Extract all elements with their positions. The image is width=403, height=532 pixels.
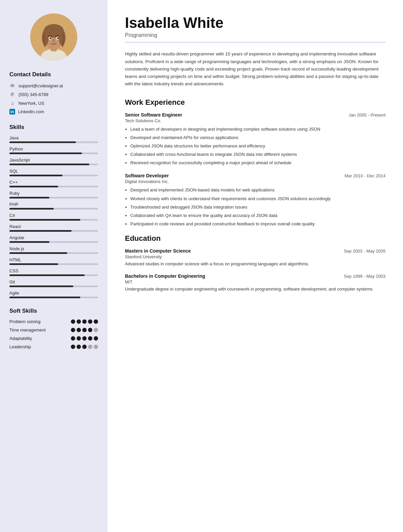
contact-email: ✉ support@cvdesigner.ai [9,83,98,89]
dot [71,328,75,332]
edu-list: Masters in Computer Science Sep 2003 - M… [125,248,386,293]
work-experience-title: Work Experience [125,98,386,107]
skill-bar-fill [9,175,62,176]
education-title: Education [125,234,386,243]
dots [71,319,98,324]
skill-name: C++ [9,180,98,185]
edu-header: Bachelors in Computer Engineering Sep 19… [125,273,386,279]
skill-item: HTML [9,257,98,265]
job-bullet: Lead a team of developers in designing a… [130,126,386,133]
skill-item: SQL [9,169,98,176]
skill-bar-bg [9,241,98,243]
skill-name: JavaScript [9,158,98,163]
soft-skill-name: Adaptability [9,336,71,341]
dot [82,336,87,341]
skill-item: Angular [9,235,98,243]
soft-skills-list: Problem solving Time management Adaptabi… [9,319,98,349]
dot [88,319,92,324]
skill-bar-bg [9,219,98,221]
skill-bar-bg [9,263,98,265]
skills-list: Java Python JavaScript SQL C++ Ruby PHP [9,135,98,298]
skill-bar-fill [9,263,58,265]
edu-school: Stanford University [125,254,386,259]
edu-school: MIT [125,279,386,284]
skill-item: Git [9,279,98,287]
dot [77,319,81,324]
skill-name: Java [9,135,98,140]
soft-skills-title: Soft Skills [9,308,98,314]
job-company: Digital Innovations Inc. [125,179,386,184]
contact-phone: ✆ (555) 345-6789 [9,91,98,97]
job-bullet: Participated in code reviews and provide… [130,221,386,227]
skill-name: HTML [9,257,98,262]
skill-item: Node.js [9,246,98,254]
dot [88,336,92,341]
skill-item: React [9,224,98,232]
job-bullet: Collaborated with QA team to ensure the … [130,212,386,219]
contact-location: ⌂ NewYork, US [9,100,98,106]
job-bullet: Designed and implemented JSON-based data… [130,187,386,193]
skill-bar-bg [9,186,98,187]
job-title: Senior Software Engineer [125,112,182,118]
skill-bar-fill [9,285,73,287]
dot [77,336,81,341]
skill-name: Angular [9,235,98,240]
dot [71,345,75,349]
job-bullet: Troubleshooted and debugged JSON data in… [130,204,386,211]
skill-item: Agile [9,291,98,298]
soft-skill-name: Problem solving [9,319,71,324]
dot [94,345,98,349]
soft-skill-item: Time management [9,327,98,332]
skill-name: C# [9,213,98,218]
skill-item: JavaScript [9,158,98,165]
skill-bar-fill [9,197,49,198]
dots [71,345,98,349]
edu-degree: Masters in Computer Science [125,248,191,254]
job-date: Jan 2005 - Present [349,113,386,118]
skill-bar-fill [9,208,54,210]
skill-item: C# [9,213,98,221]
skill-name: Git [9,279,98,284]
svg-point-10 [50,38,51,39]
skill-bar-bg [9,141,98,143]
svg-point-11 [57,38,59,39]
skills-section: Skills Java Python JavaScript SQL C++ Ru… [9,124,98,298]
home-icon: ⌂ [9,100,15,106]
job-bullets: Lead a team of developers in designing a… [130,126,386,167]
dot [71,319,75,324]
job-header: Senior Software Engineer Jan 2005 - Pres… [125,112,386,118]
jobs-list: Senior Software Engineer Jan 2005 - Pres… [125,112,386,227]
dot [71,336,75,341]
linkedin-icon: in [9,109,15,115]
contact-phone-text: (555) 345-6789 [18,92,48,97]
contact-location-text: NewYork, US [18,101,44,106]
main-content: Isabella White Programming Highly skille… [107,0,403,532]
skill-item: Python [9,146,98,154]
skill-bar-fill [9,186,58,187]
skill-name: Node.js [9,246,98,251]
edu-item: Masters in Computer Science Sep 2003 - M… [125,248,386,267]
job-bullets: Designed and implemented JSON-based data… [130,187,386,227]
skill-item: Java [9,135,98,143]
avatar-container [9,13,98,60]
soft-skill-name: Leadership [9,344,71,349]
dot [88,345,92,349]
job-bullet: Worked closely with clients to understan… [130,195,386,202]
dot [82,319,87,324]
job-bullet: Received recognition for successfully co… [130,160,386,166]
summary-text: Highly skilled and results-driven progra… [125,50,386,88]
job-header: Software Developer Mar 2010 - Dec 2014 [125,173,386,178]
skill-bar-fill [9,274,85,276]
skill-bar-bg [9,252,98,254]
dot [94,336,98,341]
sidebar: Contact Details ✉ support@cvdesigner.ai … [0,0,107,532]
soft-skills-section: Soft Skills Problem solving Time managem… [9,308,98,349]
dots [71,336,98,341]
job-bullet: Collaborated with cross-functional teams… [130,151,386,158]
job-title: Software Developer [125,173,169,178]
edu-desc: Advanced studies in computer science wit… [125,261,386,267]
dot [94,319,98,324]
job-bullet: Developed and maintained APIs for variou… [130,134,386,141]
skill-name: Ruby [9,191,98,196]
skill-bar-bg [9,230,98,232]
